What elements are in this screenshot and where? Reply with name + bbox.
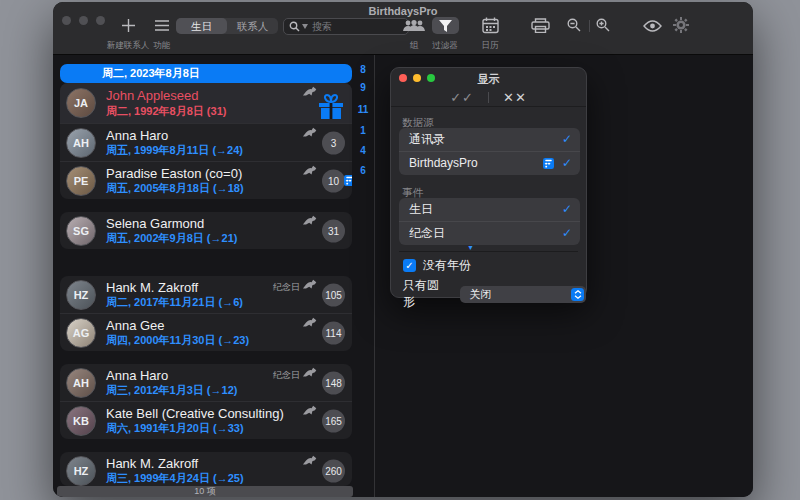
contact-row-anna-gee[interactable]: AG Anna Gee 周四, 2000年11月30日 (→23) 114 [60,313,352,351]
zoom-button[interactable] [96,16,105,25]
filter-funnel-icon [439,20,452,32]
contact-row-hank-zakroff-2[interactable]: HZ Hank M. Zakroff 周三, 1999年4月24日 (→25) … [60,452,352,486]
contact-card: HZ Hank M. Zakroff 周三, 1999年4月24日 (→25) … [60,452,352,486]
datasource-group: 通讯录 ✓ BirthdaysPro ✓ [399,128,580,175]
checkmark-icon: ✓ [562,152,572,175]
datasource-birthdayspro[interactable]: BirthdaysPro ✓ [399,151,580,175]
avatar: PE [66,166,96,196]
contact-name: Paradise Easton (co=0) [106,166,242,181]
functions-menu-icon[interactable] [154,19,170,32]
avatar: AH [66,368,96,398]
event-birthday[interactable]: 生日 ✓ [399,198,580,221]
actions-separator [488,92,489,103]
contact-row-paradise-easton[interactable]: PE Paradise Easton (co=0) 周五, 2005年8月18日… [60,161,352,199]
avatar: KB [66,406,96,436]
zodiac-icon [302,317,318,328]
filter-panel-title: 显示 [391,72,586,87]
desktop: BirthdaysPro 新建联系人 功能 生日 联系人 [0,0,800,500]
zodiac-icon [302,165,318,176]
contact-name: Kate Bell (Creative Consulting) [106,406,284,421]
days-badge: 105 [322,283,345,306]
contact-row-selena-garmond[interactable]: SG Selena Garmond 周五, 2002年9月8日 (→21) 31 [60,212,352,249]
search-field[interactable] [283,18,409,35]
calendar-label: 日历 [482,40,499,52]
settings-gear-icon[interactable] [673,17,689,33]
window-controls[interactable] [62,16,105,25]
index-jump-6[interactable]: 6 [356,165,370,176]
filter-panel-window: 显示 ✓✓ ✕✕ 数据源 通讯录 ✓ BirthdaysPro ✓ 事件 生日 … [390,67,587,298]
search-input[interactable] [310,20,394,33]
item-count-statusbar: 10 项 [57,486,353,497]
days-badge: 260 [322,459,345,482]
contact-card: AH Anna Haro 周三, 2012年1月3日 (→12) 纪念日 148… [60,364,352,439]
zoom-in-icon[interactable] [596,18,610,32]
splitter-handle-icon[interactable]: ▼ [467,244,474,251]
event-anniversary[interactable]: 纪念日 ✓ [399,221,580,245]
filter-toggle-button[interactable] [432,17,459,34]
avatar: AG [66,318,96,348]
avatar: AH [66,128,96,158]
checkmark-icon: ✓ [562,128,572,151]
contact-card: SG Selena Garmond 周五, 2002年9月8日 (→21) 31 [60,212,352,249]
window-chrome: BirthdaysPro 新建联系人 功能 生日 联系人 [53,2,753,55]
only-round-label: 只有圆形 [403,277,450,311]
contact-name: Selena Garmond [106,216,204,231]
print-icon[interactable] [531,18,550,33]
uncheck-all-button[interactable]: ✕✕ [503,90,527,105]
tab-contacts[interactable]: 联系人 [227,18,278,34]
minimize-button[interactable] [79,16,88,25]
tab-birthdays[interactable]: 生日 [176,18,227,34]
panel-splitter[interactable]: ▼ [399,251,578,252]
item-label: 生日 [409,202,433,216]
date-group-header: 周二, 2023年8月8日 [60,64,352,83]
pane-divider[interactable] [374,55,375,497]
zodiac-icon [302,86,318,97]
close-button[interactable] [62,16,71,25]
contact-date: 周三, 1999年4月24日 (→25) [106,471,244,486]
add-contact-icon[interactable] [121,18,136,33]
contact-row-kate-bell[interactable]: KB Kate Bell (Creative Consulting) 周六, 1… [60,401,352,439]
contact-row-anna-haro-2[interactable]: AH Anna Haro 周三, 2012年1月3日 (→12) 纪念日 148 [60,364,352,401]
contact-row-anna-haro[interactable]: AH Anna Haro 周五, 1999年8月11日 (→24) 3 [60,123,352,161]
datasource-contacts[interactable]: 通讯录 ✓ [399,128,580,151]
groups-label: 组 [410,40,419,52]
item-label: 通讯录 [409,132,445,146]
no-year-label: 没有年份 [423,257,471,274]
select-value: 关闭 [469,288,491,300]
contact-name: Hank M. Zakroff [106,280,198,295]
only-round-select[interactable]: 关闭 [460,286,586,303]
avatar: SG [66,216,96,246]
no-year-checkbox[interactable]: ✓ [403,259,416,272]
check-all-button[interactable]: ✓✓ [450,90,474,105]
no-year-row[interactable]: ✓ 没有年份 [403,257,471,274]
avatar: JA [66,88,96,118]
zodiac-icon [302,367,318,378]
only-round-row: 只有圆形 关闭 [403,277,586,311]
zoom-out-icon[interactable] [567,18,581,32]
index-jump-8[interactable]: 8 [356,64,370,75]
item-label: BirthdaysPro [409,156,478,170]
checkmark-icon: ✓ [562,198,572,221]
contact-row-john-appleseed[interactable]: JA John Appleseed 周二, 1992年8月8日 (31) [60,83,352,123]
anniversary-tag: 纪念日 [273,369,300,382]
window-title: BirthdaysPro [53,5,753,17]
calendar-icon[interactable] [482,17,499,34]
groups-icon[interactable] [403,20,425,32]
index-jump-11[interactable]: 11 [356,104,370,115]
zodiac-icon [302,405,318,416]
eye-icon[interactable] [643,20,662,32]
filter-actions: ✓✓ ✕✕ [391,88,586,107]
contact-date: 周五, 2005年8月18日 (→18) [106,181,244,196]
index-jump-9[interactable]: 9 [356,82,370,93]
item-label: 纪念日 [409,226,445,240]
avatar: HZ [66,280,96,310]
add-contact-label: 新建联系人 [107,40,150,52]
calendar-source-icon [543,158,554,169]
zodiac-icon [302,215,318,226]
contact-row-hank-zakroff[interactable]: HZ Hank M. Zakroff 周二, 2017年11月21日 (→6) … [60,276,352,313]
index-jump-4[interactable]: 4 [356,145,370,156]
zodiac-icon [302,127,318,138]
index-jump-1[interactable]: 1 [356,125,370,136]
contact-name: Anna Gee [106,318,165,333]
days-badge: 114 [322,321,345,344]
